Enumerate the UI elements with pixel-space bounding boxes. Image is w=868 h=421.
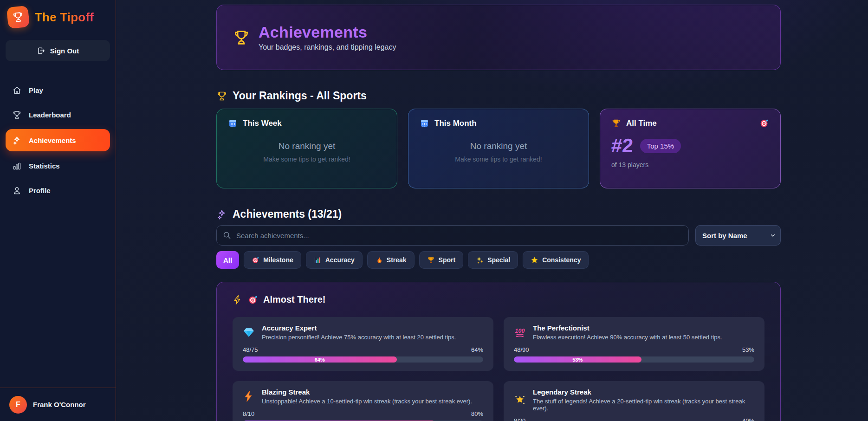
- chip-label: Consistency: [542, 256, 581, 264]
- user-name: Frank O'Connor: [33, 401, 86, 408]
- lightning-icon: [233, 295, 243, 305]
- sparkles-icon: [216, 209, 227, 220]
- achievement-progress-percent: 40%: [742, 417, 754, 421]
- filter-chip-streak[interactable]: Streak: [367, 251, 415, 269]
- sidebar-item-label: Leaderboard: [29, 111, 71, 119]
- sidebar-nav: Play Leaderboard Achievements Statistics…: [0, 80, 116, 205]
- achievement-description: The stuff of legends! Achieve a 20-settl…: [533, 398, 754, 412]
- rankings-heading: Your Rankings - All Sports: [216, 90, 781, 102]
- achievement-progress-count: 48/75: [243, 346, 258, 353]
- search-icon: [222, 231, 231, 240]
- rank-players-count: of 13 players: [611, 161, 769, 168]
- trophy-icon: [12, 110, 22, 120]
- filter-chip-accuracy[interactable]: Accuracy: [306, 251, 363, 269]
- achievement-description: Flawless execution! Achieve 90% accuracy…: [533, 334, 722, 341]
- sidebar-item-statistics[interactable]: Statistics: [6, 155, 110, 176]
- app-root: The Tipoff Sign Out Play Leaderboard Ach…: [0, 0, 868, 421]
- ranking-card-label: This Week: [243, 119, 282, 128]
- home-icon: [12, 85, 22, 95]
- sign-out-label: Sign Out: [50, 47, 79, 55]
- rank-percentile-badge: Top 15%: [640, 139, 681, 153]
- filter-chip-sport[interactable]: Sport: [419, 251, 464, 269]
- almost-there-title: Almost There!: [263, 294, 325, 305]
- gem-icon: [243, 326, 255, 338]
- achievement-card-accuracy-expert: Accuracy Expert Precision personified! A…: [233, 317, 493, 371]
- chart-icon: [314, 256, 322, 264]
- almost-there-heading: Almost There!: [233, 294, 764, 305]
- ranking-empty-subtitle: Make some tips to get ranked!: [228, 155, 386, 163]
- target-icon: [248, 295, 258, 305]
- sparkles-icon: [12, 136, 22, 145]
- app-title: The Tipoff: [35, 10, 94, 25]
- target-icon: [252, 256, 259, 264]
- rank-number: #2: [610, 135, 634, 157]
- calendar-icon: [228, 118, 238, 128]
- glowing-star-icon: [514, 394, 526, 406]
- achievement-progress-percent: 64%: [471, 346, 483, 353]
- star-icon: [531, 256, 538, 264]
- almost-there-panel: Almost There! Accuracy Expert Precision …: [216, 282, 781, 421]
- rankings-grid: This Week No ranking yet Make some tips …: [216, 109, 781, 188]
- filter-chip-all[interactable]: All: [216, 251, 239, 269]
- filter-chip-consistency[interactable]: Consistency: [523, 251, 589, 269]
- achievement-description: Precision personified! Achieve 75% accur…: [262, 334, 456, 341]
- avatar: F: [9, 396, 27, 414]
- app-logo[interactable]: The Tipoff: [0, 0, 116, 28]
- search-input[interactable]: [216, 225, 689, 246]
- chip-label: Streak: [387, 256, 407, 264]
- achievement-title: Accuracy Expert: [262, 324, 456, 332]
- flame-icon: [375, 256, 383, 264]
- ranking-empty-title: No ranking yet: [228, 141, 386, 151]
- filter-chip-milestone[interactable]: Milestone: [244, 251, 301, 269]
- trophy-icon: [233, 29, 250, 46]
- progress-bar-label: 64%: [315, 357, 325, 363]
- ranking-card-all-time: All Time #2 Top 15% of 13 players: [600, 109, 781, 188]
- trophy-icon: [611, 118, 621, 128]
- main-area: Achievements Your badges, rankings, and …: [116, 0, 868, 421]
- progress-bar: 64%: [243, 356, 483, 363]
- page-title: Achievements: [259, 23, 396, 41]
- sidebar-item-label: Profile: [29, 187, 51, 194]
- achievement-title: Legendary Streak: [533, 388, 754, 396]
- achievement-progress-percent: 53%: [742, 346, 754, 353]
- achievement-card-legendary-streak: Legendary Streak The stuff of legends! A…: [504, 381, 764, 421]
- achievement-progress-percent: 80%: [471, 410, 483, 417]
- achievement-progress-count: 8/10: [243, 410, 254, 417]
- rankings-heading-label: Your Rankings - All Sports: [233, 90, 367, 102]
- achievements-heading: Achievements (13/21): [216, 208, 781, 220]
- sidebar-item-achievements[interactable]: Achievements: [6, 129, 110, 151]
- progress-bar-label: 53%: [572, 357, 583, 363]
- sort-select[interactable]: Sort by Name: [695, 225, 781, 246]
- app-logo-trophy-icon: [6, 6, 30, 29]
- achievements-header-card: Achievements Your badges, rankings, and …: [216, 5, 781, 70]
- achievement-title: The Perfectionist: [533, 324, 722, 332]
- sidebar-item-leaderboard[interactable]: Leaderboard: [6, 104, 110, 125]
- chip-label: Sport: [439, 256, 456, 264]
- hundred-icon: [514, 326, 526, 338]
- sidebar-item-play[interactable]: Play: [6, 80, 110, 100]
- achievement-progress-count: 8/20: [514, 417, 525, 421]
- sidebar-item-profile[interactable]: Profile: [6, 180, 110, 201]
- user-icon: [12, 186, 22, 195]
- sign-out-button[interactable]: Sign Out: [6, 40, 110, 61]
- trophy-icon: [216, 91, 227, 102]
- ranking-card-label: This Month: [434, 119, 477, 128]
- achievement-card-blazing-streak: Blazing Streak Unstoppable! Achieve a 10…: [233, 381, 493, 421]
- sidebar-item-label: Achievements: [29, 136, 76, 144]
- lightning-icon: [243, 390, 255, 402]
- bar-chart-icon: [12, 161, 22, 171]
- ranking-empty-title: No ranking yet: [420, 141, 577, 151]
- chip-label: Accuracy: [325, 256, 355, 264]
- achievements-heading-label: Achievements (13/21): [233, 208, 342, 220]
- ranking-card-label: All Time: [626, 119, 657, 128]
- filter-chip-special[interactable]: Special: [468, 251, 518, 269]
- achievement-title: Blazing Streak: [262, 388, 472, 396]
- trophy-icon: [427, 256, 435, 264]
- progress-bar: 53%: [514, 356, 754, 363]
- achievement-description: Unstoppable! Achieve a 10-settled-tip wi…: [262, 398, 472, 405]
- sidebar: The Tipoff Sign Out Play Leaderboard Ach…: [0, 0, 116, 421]
- ranking-card-this-week: This Week No ranking yet Make some tips …: [216, 109, 397, 188]
- chip-label: Milestone: [263, 256, 293, 264]
- sign-out-icon: [37, 46, 45, 55]
- achievements-grid: Accuracy Expert Precision personified! A…: [233, 317, 764, 421]
